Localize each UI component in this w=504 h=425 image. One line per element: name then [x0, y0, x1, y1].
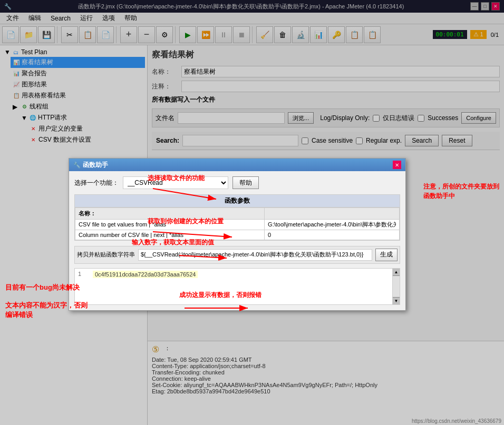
- params-section: 函数参数 名称： CSV file to get values from | *…: [74, 194, 400, 241]
- select-label: 选择一个功能：: [74, 179, 119, 187]
- result-area: 1 0c4f51911dcdaa722da03d73aaa76524 ▲ ▼: [74, 268, 400, 305]
- param-name-2: Column number of CSV file | next | *alia…: [75, 230, 265, 240]
- params-col-name: 名称：: [75, 208, 265, 220]
- generate-btn[interactable]: 生成: [375, 249, 398, 261]
- params-col-value: [265, 208, 400, 220]
- param-input-2[interactable]: [268, 232, 396, 238]
- result-line-1: 1 0c4f51911dcdaa722da03d73aaa76524: [78, 271, 396, 278]
- param-value-2[interactable]: [265, 230, 400, 240]
- result-line-num: 1: [78, 271, 89, 277]
- param-name-1: CSV file to get values from | *alias: [75, 220, 265, 230]
- param-input-1[interactable]: [268, 222, 396, 228]
- function-helper-dialog: 🔧 函数助手 ✕ 选择一个功能： __CSVRead 帮助 函数参数 名称：: [69, 158, 406, 311]
- params-table: 名称： CSV file to get values from | *alias…: [75, 207, 400, 240]
- dialog-title-bar: 🔧 函数助手 ✕: [69, 159, 405, 171]
- result-content: 1 0c4f51911dcdaa722da03d73aaa76524: [75, 269, 400, 280]
- params-title: 函数参数: [75, 195, 400, 207]
- copy-label: 拷贝并粘贴函数字符串: [77, 251, 135, 259]
- result-scrollbar[interactable]: ▲ ▼: [392, 269, 400, 304]
- dialog-body: 选择一个功能： __CSVRead 帮助 函数参数 名称： CSV file t…: [69, 171, 405, 310]
- copy-input[interactable]: [138, 249, 372, 261]
- function-select[interactable]: __CSVRead: [123, 176, 228, 189]
- result-text: 0c4f51911dcdaa722da03d73aaa76524: [93, 271, 198, 278]
- copy-row: 拷贝并粘贴函数字符串 生成: [74, 246, 400, 264]
- dialog-close-btn[interactable]: ✕: [393, 161, 401, 169]
- scroll-up[interactable]: ▲: [393, 269, 400, 276]
- dialog-title-text: 函数助手: [83, 161, 108, 170]
- param-value-1[interactable]: [265, 220, 400, 230]
- param-row-2: Column number of CSV file | next | *alia…: [75, 230, 400, 240]
- select-row: 选择一个功能： __CSVRead 帮助: [74, 176, 400, 189]
- help-btn-dialog[interactable]: 帮助: [232, 176, 259, 189]
- param-row-1: CSV file to get values from | *alias: [75, 220, 400, 230]
- scroll-down[interactable]: ▼: [393, 297, 400, 304]
- scroll-track[interactable]: [393, 276, 400, 297]
- watermark: https://blog.csdn.net/weixin_43636679: [412, 418, 501, 424]
